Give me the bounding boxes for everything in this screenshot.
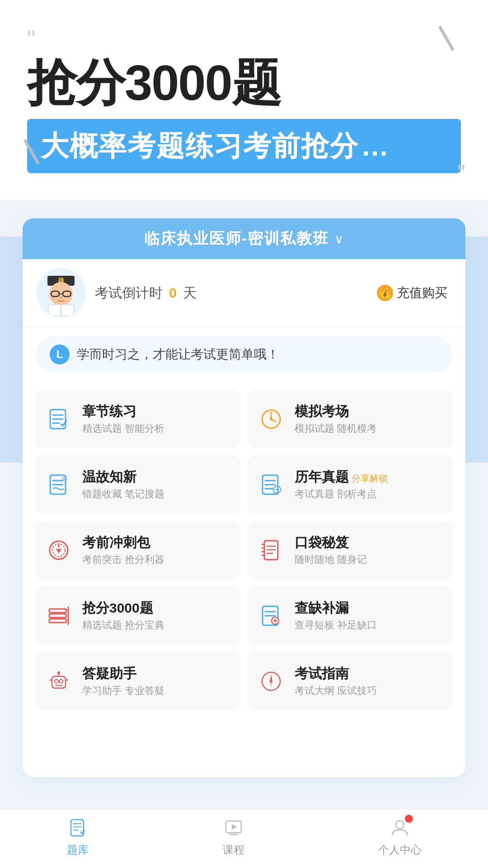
history-icon-wrap [257, 470, 286, 499]
bottom-spacer [23, 723, 465, 777]
menu-item-review[interactable]: ✏ 温故知新 错题收藏 笔记搜题 [35, 455, 240, 514]
mock-desc: 模拟试题 随机模考 [295, 422, 377, 435]
gaps-desc: 查寻短板 补足缺口 [295, 618, 377, 632]
pocket-text: 口袋秘笈 随时随地 随身记 [295, 533, 367, 566]
history-title: 历年真题分享解锁 [295, 468, 388, 486]
notice-text: 学而时习之，才能让考试更简单哦！ [77, 346, 279, 363]
quote-bottom-icon: " [457, 160, 465, 187]
avatar-image: 题 [36, 268, 86, 318]
svg-rect-41 [49, 614, 66, 618]
review-icon-wrap: ✏ [44, 470, 73, 499]
qa-title: 答疑助手 [82, 665, 164, 682]
countdown-text: 考试倒计时 0 天 [95, 284, 377, 302]
svg-point-51 [55, 679, 58, 683]
review-icon: ✏ [47, 472, 71, 497]
mock-title: 模拟考场 [295, 402, 377, 420]
menu-item-sprint[interactable]: 考前冲刺包 考前突击 抢分利器 [35, 521, 240, 579]
main-wrap: 临床执业医师-密训私教班 ∨ 题 [0, 200, 488, 777]
gaps-text: 查缺补漏 查寻短板 补足缺口 [295, 599, 377, 632]
pocket-icon-wrap [257, 536, 286, 565]
doctor-avatar-svg: 题 [38, 270, 84, 316]
grab3000-icon [47, 604, 71, 628]
card-header[interactable]: 临床执业医师-密训私教班 ∨ [23, 218, 465, 259]
chapter-icon-wrap [44, 405, 73, 434]
history-text: 历年真题分享解锁 考试真题 剖析考点 [295, 468, 388, 501]
review-desc: 错题收藏 笔记搜题 [82, 487, 164, 501]
sprint-text: 考前冲刺包 考前突击 抢分利器 [82, 533, 164, 566]
question-bank-icon [66, 816, 89, 839]
mock-icon-wrap [257, 405, 286, 434]
notice-icon: L [50, 344, 70, 364]
menu-item-gaps[interactable]: 查缺补漏 查寻短板 补足缺口 [248, 586, 453, 645]
unlock-badge: 分享解锁 [352, 473, 388, 483]
nav-item-question[interactable]: 题库 [39, 816, 116, 857]
svg-point-52 [59, 679, 63, 683]
quote-top-icon: " [27, 27, 461, 51]
sprint-desc: 考前突击 抢分利器 [82, 553, 164, 566]
qa-desc: 学习助手 专业答疑 [82, 684, 164, 698]
grab3000-desc: 精选试题 抢分宝典 [82, 618, 164, 632]
review-text: 温故知新 错题收藏 笔记搜题 [82, 468, 164, 501]
menu-item-history[interactable]: 历年真题分享解锁 考试真题 剖析考点 [248, 455, 453, 514]
countdown-number: 0 [169, 285, 177, 300]
grab3000-icon-wrap [44, 601, 73, 630]
mock-text: 模拟考场 模拟试题 随机模考 [295, 402, 377, 435]
svg-point-6 [60, 297, 62, 298]
menu-item-guide[interactable]: 考试指南 考试大纲 应试技巧 [248, 652, 453, 710]
menu-item-mock[interactable]: 模拟考场 模拟试题 随机模考 [248, 390, 453, 448]
fill-gaps-icon [259, 604, 283, 628]
review-title: 温故知新 [82, 468, 164, 486]
main-card: 临床执业医师-密训私教班 ∨ 题 [23, 218, 465, 777]
sprint-pack-icon [47, 538, 71, 562]
grab3000-title: 抢分3000题 [82, 599, 164, 617]
chapter-desc: 精选试题 智能分析 [82, 422, 164, 435]
grab3000-text: 抢分3000题 精选试题 抢分宝典 [82, 599, 164, 632]
menu-item-chapter[interactable]: 章节练习 精选试题 智能分析 [35, 390, 240, 448]
guide-title: 考试指南 [295, 665, 377, 682]
recharge-button[interactable]: 💰 充值购买 [377, 284, 447, 302]
hero-subtitle-bar: 大概率考题练习考前抢分 … [27, 119, 461, 173]
question-bank-svg [67, 817, 88, 838]
hero-subtitle-ellipsis: … [361, 130, 389, 161]
svg-point-71 [396, 821, 404, 829]
nav-item-profile[interactable]: 个人中心 [351, 816, 449, 857]
menu-item-pocket[interactable]: 口袋秘笈 随时随地 随身记 [248, 521, 453, 579]
qa-text: 答疑助手 学习助手 专业答疑 [82, 665, 164, 698]
chapter-title: 章节练习 [82, 402, 164, 420]
avatar: 题 [36, 268, 86, 318]
notice-bar: L 学而时习之，才能让考试更简单哦！ [36, 336, 452, 373]
sprint-icon-wrap [44, 536, 73, 565]
hero-title: 抢分3000题 [27, 55, 461, 110]
svg-rect-42 [49, 619, 66, 623]
guide-desc: 考试大纲 应试技巧 [295, 684, 377, 698]
history-desc: 考试真题 剖析考点 [295, 487, 388, 501]
guide-icon-wrap [257, 667, 286, 696]
chapter-practice-icon [47, 407, 71, 431]
menu-item-grab3000[interactable]: 抢分3000题 精选试题 抢分宝典 [35, 586, 240, 645]
profile-icon [389, 816, 411, 839]
question-nav-label: 题库 [67, 843, 89, 857]
qa-icon-wrap [44, 667, 73, 696]
recharge-label: 充值购买 [397, 284, 447, 302]
pocket-title: 口袋秘笈 [295, 533, 367, 551]
svg-marker-69 [232, 824, 237, 830]
svg-rect-40 [49, 609, 66, 613]
qa-assistant-icon [47, 669, 71, 693]
countdown-area: 考试倒计时 0 天 [95, 284, 377, 302]
user-row: 题 [23, 259, 465, 327]
guide-text: 考试指南 考试大纲 应试技巧 [295, 665, 377, 698]
nav-item-course[interactable]: 课程 [195, 816, 272, 857]
course-icon [222, 816, 245, 839]
dropdown-icon: ∨ [334, 231, 344, 246]
mock-exam-icon [259, 407, 283, 431]
course-svg [223, 817, 244, 838]
gaps-icon-wrap [257, 601, 286, 630]
profile-badge [405, 815, 413, 823]
pocket-notes-icon [259, 538, 283, 562]
exam-guide-icon [259, 669, 283, 693]
profile-nav-label: 个人中心 [378, 843, 422, 857]
menu-item-qa[interactable]: 答疑助手 学习助手 专业答疑 [35, 652, 240, 710]
card-header-title: 临床执业医师-密训私教班 [144, 228, 329, 249]
svg-text:✏: ✏ [62, 476, 67, 482]
course-nav-label: 课程 [223, 843, 244, 857]
